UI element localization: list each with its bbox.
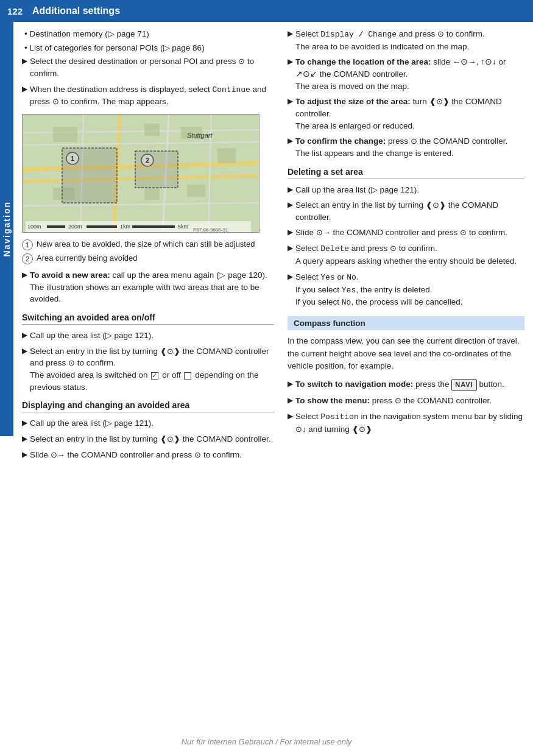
svg-rect-26 (47, 225, 65, 228)
compass-intro-text: In the compass view, you can see the cur… (288, 335, 524, 372)
arrow-item-del-3: ▶ Slide ⊙→ the COMAND controller and pre… (288, 227, 524, 239)
arrow-icon-del3: ▶ (288, 227, 293, 238)
arrow-item-del-4: ▶ Select Delete and press ⊙ to confirm.A… (288, 242, 524, 267)
page-title: Additional settings (32, 5, 120, 16)
map-image: 1 2 Stuttgart 100m 200m 1km 5km (22, 114, 259, 233)
section-switching: Switching an avoided area on/off (22, 313, 274, 325)
arrow-icon-d2: ▶ (22, 434, 27, 444)
svg-rect-18 (135, 151, 178, 188)
svg-rect-13 (217, 148, 236, 163)
svg-rect-30 (132, 225, 175, 228)
arrow-item-del-5: ▶ Select Yes or No.If you select Yes, th… (288, 271, 524, 309)
svg-text:1: 1 (71, 155, 74, 162)
arrow-text-del3: Slide ⊙→ the COMAND controller and press… (295, 227, 524, 239)
caption-2: 2 Area currently being avoided (22, 253, 274, 264)
right-column: ▶ Select Display / Change and press ⊙ to… (281, 28, 533, 465)
arrow-text-d3: Slide ⊙→ the COMAND controller and press… (30, 449, 274, 461)
arrow-item-del-2: ▶ Select an entry in the list by turning… (288, 199, 524, 223)
arrow-text-1: Select the desired destination or person… (30, 55, 274, 79)
caption-num-1: 1 (22, 239, 33, 250)
arrow-item-confirm-change: ▶ To confirm the change: press ⊙ the COM… (288, 135, 524, 159)
section-tab-label: Navigation (2, 201, 12, 257)
arrow-icon-del1: ▶ (288, 185, 293, 195)
svg-text:1km: 1km (120, 224, 130, 230)
arrow-icon-d1: ▶ (22, 418, 27, 428)
section-displaying: Displaying and changing an avoided area (22, 400, 274, 412)
arrow-text-del2: Select an entry in the list by turning ❰… (295, 199, 524, 223)
arrow-icon-d3: ▶ (22, 450, 27, 460)
arrow-text-r1: Select Display / Change and press ⊙ to c… (295, 28, 524, 52)
arrow-item-switch-1: ▶ Call up the area list (▷ page 121). (22, 330, 274, 342)
arrow-text-comp2: To show the menu: press ⊙ the COMAND con… (295, 395, 524, 407)
arrow-text-avoid-new: To avoid a new area: call up the area me… (30, 269, 274, 305)
arrow-text-s1: Call up the area list (▷ page 121). (30, 330, 274, 342)
arrow-icon-s2: ▶ (22, 346, 27, 356)
arrow-text-confirm-change: To confirm the change: press ⊙ the COMAN… (295, 135, 524, 159)
svg-rect-28 (86, 225, 117, 228)
arrow-item-switch-2: ▶ Select an entry in the list by turning… (22, 345, 274, 394)
arrow-text-comp1: To switch to navigation mode: press the … (295, 378, 524, 391)
arrow-icon-s1: ▶ (22, 330, 27, 341)
svg-rect-15 (144, 188, 160, 200)
caption-text-2: Area currently being avoided (37, 253, 138, 264)
footer-watermark: Nur für internen Gebrauch / For internal… (0, 737, 533, 746)
arrow-item-disp-1: ▶ Call up the area list (▷ page 121). (22, 417, 274, 429)
arrow-icon-comp3: ▶ (288, 411, 293, 422)
bullet-item-1: Destination memory (▷ page 71) (22, 28, 274, 40)
svg-text:5km: 5km (178, 224, 188, 230)
arrow-text-adjust-size: To adjust the size of the area: turn ❰⊙❱… (295, 96, 524, 132)
arrow-icon-r3: ▶ (288, 96, 293, 107)
map-svg: 1 2 Stuttgart 100m 200m 1km 5km (23, 115, 259, 233)
left-column: Destination memory (▷ page 71) List of c… (13, 28, 281, 465)
arrow-item-select-dest: ▶ Select the desired destination or pers… (22, 55, 274, 79)
arrow-text-change-loc: To change the location of the area: slid… (295, 56, 524, 92)
page-header: 122 Additional settings (0, 0, 533, 22)
svg-rect-10 (53, 127, 77, 142)
arrow-item-disp-2: ▶ Select an entry in the list by turning… (22, 433, 274, 445)
arrow-item-comp-3: ▶ Select Position in the navigation syst… (288, 411, 524, 436)
arrow-text-2: When the destination address is displaye… (30, 83, 274, 108)
arrow-text-del4: Select Delete and press ⊙ to confirm.A q… (295, 242, 524, 267)
arrow-icon-comp2: ▶ (288, 395, 293, 406)
svg-text:P87.86-9806-31: P87.86-9806-31 (193, 227, 228, 233)
arrow-text-d2: Select an entry in the list by turning ❰… (30, 433, 274, 445)
section-tab: Navigation (0, 22, 13, 436)
arrow-icon-r1: ▶ (288, 29, 293, 39)
section-deleting: Deleting a set area (288, 167, 524, 179)
svg-rect-16 (187, 185, 205, 197)
arrow-icon-comp1: ▶ (288, 379, 293, 389)
arrow-item-select-display: ▶ Select Display / Change and press ⊙ to… (288, 28, 524, 52)
compass-function-heading: Compass function (288, 316, 524, 330)
arrow-icon-1: ▶ (22, 56, 27, 66)
arrow-item-adjust-size: ▶ To adjust the size of the area: turn ❰… (288, 96, 524, 132)
arrow-icon-del4: ▶ (288, 243, 293, 253)
arrow-text-d1: Call up the area list (▷ page 121). (30, 417, 274, 429)
arrow-item-avoid-new: ▶ To avoid a new area: call up the area … (22, 269, 274, 305)
arrow-icon-del2: ▶ (288, 200, 293, 210)
svg-text:200m: 200m (68, 224, 82, 230)
page-number: 122 (7, 6, 23, 16)
arrow-text-comp3: Select Position in the navigation system… (295, 411, 524, 436)
arrow-icon-del5: ▶ (288, 272, 293, 282)
caption-1: 1 New area to be avoided, the size of wh… (22, 239, 274, 250)
caption-text-1: New area to be avoided, the size of whic… (37, 239, 255, 250)
arrow-item-del-1: ▶ Call up the area list (▷ page 121). (288, 184, 524, 196)
arrow-icon-r4: ▶ (288, 136, 293, 146)
main-content: Destination memory (▷ page 71) List of c… (13, 22, 533, 471)
arrow-icon-3: ▶ (22, 270, 27, 280)
arrow-item-change-loc: ▶ To change the location of the area: sl… (288, 56, 524, 92)
svg-text:100m: 100m (27, 224, 41, 230)
svg-text:2: 2 (146, 157, 149, 164)
arrow-icon-2: ▶ (22, 84, 27, 94)
svg-text:Stuttgart: Stuttgart (187, 132, 213, 139)
bullet-item-2: List of categories for personal POIs (▷ … (22, 42, 274, 54)
arrow-item-destination-addr: ▶ When the destination address is displa… (22, 83, 274, 108)
caption-num-2: 2 (22, 253, 33, 264)
svg-rect-11 (144, 124, 160, 136)
arrow-item-comp-2: ▶ To show the menu: press ⊙ the COMAND c… (288, 395, 524, 407)
arrow-icon-r2: ▶ (288, 57, 293, 67)
arrow-item-comp-1: ▶ To switch to navigation mode: press th… (288, 378, 524, 391)
arrow-text-del1: Call up the area list (▷ page 121). (295, 184, 524, 196)
arrow-text-s2: Select an entry in the list by turning ❰… (30, 345, 274, 394)
arrow-item-disp-3: ▶ Slide ⊙→ the COMAND controller and pre… (22, 449, 274, 461)
